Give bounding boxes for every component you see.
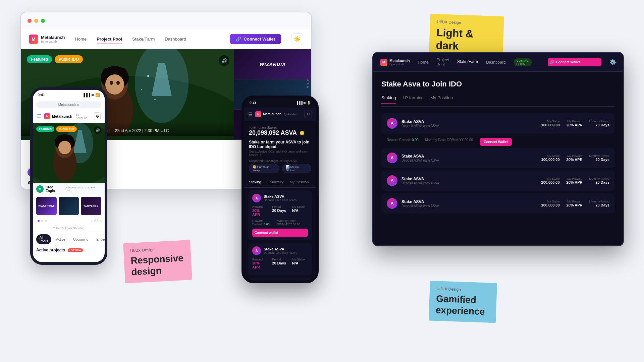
connect-wallet-button[interactable]: 🔗 Connect Wallet <box>230 34 281 44</box>
asva-icon-1: A <box>387 118 397 129</box>
logo-text: Metalaunch <box>41 35 65 40</box>
dark-settings-icon[interactable]: ⚙️ <box>609 59 616 65</box>
nav-dashboard[interactable]: Dashboard <box>165 35 186 43</box>
dark-stake-header-1: A Stake ASVA Deposit Asva earn ASVA <box>252 194 308 202</box>
right-panel-dots <box>307 79 309 88</box>
stake-sub-1: Deposit ASVA earn ASVA <box>401 124 537 128</box>
stake-stats-1: My Stake 100,000.00 My Reward 20% APR Ma… <box>541 120 609 127</box>
panel-dot-2 <box>307 83 309 84</box>
wizardia-label: WIZARDIA <box>260 62 286 67</box>
phone-nav-right: ☰ M Metalaunch By AsvaLab ⚙ <box>244 108 316 121</box>
total-staked-label: Total Token Staked <box>249 126 311 129</box>
dark-phone-by: By AsvaLab <box>284 113 297 115</box>
stake-info-1: Stake ASVA Deposit ASVA earn ASVA <box>401 119 537 128</box>
phone-by-label-left: By AsvaLab <box>76 113 89 120</box>
sound-icon[interactable]: 🔊 <box>219 55 229 66</box>
thumb-wizardia: WIZARDIA <box>36 197 57 215</box>
browser-logo: M Metalaunch By AsvaLab <box>29 35 65 44</box>
coming-soon-badge: COMING SOON <box>514 58 532 66</box>
exchange-badges: 🥞 Pancake swap 📊 MEXC Global <box>249 164 311 173</box>
phone-status-bar-right: 9:41 ▐▐▐ ≋ 🔋 <box>244 98 316 108</box>
logo-by-label: By AsvaLab <box>41 40 65 43</box>
theme-toggle-button[interactable]: ☀️ <box>291 33 303 45</box>
asva-token-icon: 🪙 <box>300 131 305 135</box>
stake-card-2: A Stake ASVA Deposit ASVA earn ASVA My S… <box>381 148 615 168</box>
dark-nav-stake-farm[interactable]: Stake/Farm <box>457 59 478 65</box>
dark-hamburger-icon[interactable]: ☰ <box>248 112 253 117</box>
dark-logo-text: Metalaunch <box>389 59 410 63</box>
phone-time-left: 9:41 <box>38 93 45 97</box>
stake-description: Stake or farm your ASVA to join IDO Lunc… <box>249 140 311 149</box>
dark-connect-wallet-button[interactable]: 🔗 Connect Wallet <box>548 58 601 66</box>
phone-sound-icon[interactable]: 🔊 <box>94 126 101 134</box>
phone-hero-svg <box>33 123 105 183</box>
logo-icon: M <box>29 35 38 44</box>
phone-dots <box>36 219 48 223</box>
phone-gear-left[interactable]: ⚙ <box>94 112 101 120</box>
phone-url-bar[interactable]: Metalaunch.io <box>36 101 101 108</box>
dark-nav-project-pool[interactable]: Project Pool <box>437 58 449 67</box>
svg-point-7 <box>105 74 124 95</box>
browser-dot-yellow <box>34 19 38 23</box>
stake-card-3: A Stake ASVA Deposit ASVA earn ASVA My S… <box>381 171 615 191</box>
phone-hero-left: Featured Public IDO 🔊 <box>33 123 105 183</box>
phone-nav-left: ☰ M Metalaunch By AsvaLab ⚙ <box>33 110 105 123</box>
nav-home[interactable]: Home <box>75 35 87 43</box>
phone-pagination-row: ‹ 02 › <box>33 217 105 225</box>
creo-name: Creo Engin <box>46 185 63 193</box>
dark-content-area: Stake Asva to Join IDO Staking LP farmin… <box>373 72 623 245</box>
mexc-badge: 📊 MEXC Global <box>282 164 311 173</box>
browser-chrome <box>21 12 311 29</box>
phone-signal-left: ▐▐▐ ≋ 📶 <box>83 93 100 97</box>
sticky-note-pink: UI/UX Design Responsivedesign <box>123 240 192 283</box>
dark-phone-tab-position[interactable]: My Position <box>290 180 309 187</box>
phone-tab-upcoming[interactable]: Upcoming <box>70 236 92 243</box>
thumb-tarverse: TARVERSE <box>81 197 101 215</box>
phone-menu-icon-left[interactable]: ☰ <box>37 113 42 119</box>
total-staked-value: 20,098,092 ASVA 🪙 <box>249 129 311 136</box>
phone-tab-active[interactable]: Active <box>53 236 68 243</box>
phone-hero-badges-left: Featured Public IDO <box>36 126 77 132</box>
dark-phone-gear-icon[interactable]: ⚙ <box>305 111 312 118</box>
phone-tab-all-pools[interactable]: All Pools <box>36 234 51 244</box>
phone-ido-badge: Public IDO <box>56 126 77 132</box>
stake-card-1: A Stake ASVA Deposit ASVA earn ASVA My S… <box>381 113 615 133</box>
connect-wallet-small-btn[interactable]: Connect Wallet <box>480 138 512 146</box>
phone-right-mockup: 9:41 ▐▐▐ ≋ 🔋 ☰ M Metalaunch By AsvaLab ⚙… <box>241 96 319 283</box>
tab-my-position[interactable]: My Position <box>430 95 453 104</box>
nav-project-pool[interactable]: Project Pool <box>97 35 122 43</box>
prev-arrow[interactable]: ‹ <box>91 219 92 223</box>
sticky-title-pink: Responsivedesign <box>130 252 185 278</box>
svg-point-8 <box>110 81 113 85</box>
svg-point-10 <box>147 75 149 77</box>
tab-staking[interactable]: Staking <box>381 95 396 104</box>
staking-tab-bar: Staking LP farming My Position <box>381 95 615 107</box>
phone-signal-right: ▐▐▐ ≋ 🔋 <box>296 101 311 105</box>
phone-tab-ended[interactable]: Ended <box>93 236 107 243</box>
dot-3 <box>45 220 47 222</box>
dark-phone-tab-lp[interactable]: LP farming <box>267 180 284 187</box>
dark-phone-stake-card-2: A Stake ASVA Deposit Asva earn ASVA Rewa… <box>248 243 312 275</box>
dark-phone-tab-staking[interactable]: Staking <box>249 180 261 187</box>
nav-stake-farm[interactable]: Stake/Farm <box>132 35 155 43</box>
sticky-title-blue: Gamifiedexperience <box>436 293 490 317</box>
dot-2 <box>41 220 43 222</box>
phone-active-projects-label: Active projects LIVE NOW <box>33 246 105 254</box>
dark-logo-by: By AsvaLab <box>389 63 410 66</box>
phone-pool-tabs: All Pools Active Upcoming Ended ⊞ <box>33 232 105 246</box>
featured-badge: Featured <box>27 55 52 63</box>
asva-icon-4: A <box>387 198 397 209</box>
next-arrow[interactable]: › <box>100 219 101 223</box>
thumb-dark <box>59 197 79 215</box>
exchanges-label: Supported Exchanges To Buy ASVA <box>249 159 311 163</box>
wizardia-card: WIZARDIA <box>234 49 311 79</box>
dark-desktop-mockup: M Metalaunch By AsvaLab Home Project Poo… <box>372 52 624 246</box>
dark-nav-home[interactable]: Home <box>418 60 429 65</box>
dark-phone-logo: M Metalaunch By AsvaLab <box>255 111 297 117</box>
browser-dot-red <box>28 19 32 23</box>
tab-lp-farming[interactable]: LP farming <box>402 95 424 104</box>
browser-dot-green <box>41 19 45 23</box>
dark-connect-btn-container-1: Connect wallet <box>252 229 308 237</box>
dark-nav-dashboard[interactable]: Dashboard <box>486 60 506 65</box>
dark-phone-connect-btn-1[interactable]: Connect wallet <box>252 229 308 237</box>
